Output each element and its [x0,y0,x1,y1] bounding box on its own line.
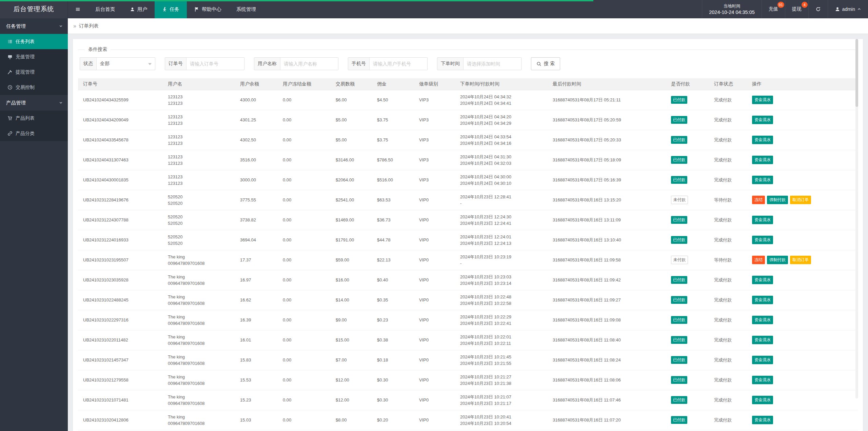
cell-amount: $1791.00 [331,230,372,250]
sidebar-group-1[interactable]: 产品管理 [0,95,68,111]
cell-frozen: 0.00 [278,270,331,290]
sidebar-item-label: 充值管理 [16,54,35,60]
status-select[interactable]: 全部 [97,58,155,70]
cell-frozen: 0.00 [278,250,331,270]
order-pay-time-lines: 2024年10月23日 12:28:41- [460,194,546,207]
flow-action-button[interactable]: 资金流水 [752,316,773,324]
paid-badge: 已付款 [671,276,687,284]
refresh-button[interactable] [808,0,828,18]
nav-item-system[interactable]: 系统管理 [229,0,263,18]
user-name-input[interactable] [280,58,338,70]
flow-action-button[interactable]: 资金流水 [752,216,773,224]
paid-badge: 已付款 [671,296,687,304]
sidebar-item-任务列表[interactable]: 任务列表 [0,34,68,49]
order-pay-time-lines: 2024年10月23日 12:24:302024年10月23日 12:24:41 [460,214,546,227]
paid-badge: 已付款 [671,136,687,144]
flow-action-button[interactable]: 资金流水 [752,376,773,384]
flow-action-button[interactable]: 资金流水 [752,116,773,124]
flow-action-button[interactable]: 资金流水 [752,156,773,164]
cell-actions: 资金流水 [747,410,858,430]
force-action-button[interactable]: 强制付款 [767,196,788,204]
cell-level: VIP0 [414,290,455,310]
nav-item-users[interactable]: 用户 [122,0,155,18]
order-time-input[interactable] [463,58,521,70]
cell-times: 2024年10月23日 10:20:412024年10月23日 10:20:54 [455,410,548,430]
order-list-card: 条件搜索 状态 全部 订单号用户名称手机号下单时间 搜 索 [73,39,863,431]
cell-last-pay-time: 31688740531年08月16日 11:09:42 [548,270,666,290]
sidebar-item-充值管理[interactable]: 充值管理 [0,49,68,64]
cell-times: 2024年10月23日 10:22:482024年10月23日 10:22:58 [455,290,548,310]
cancel-action-button[interactable]: 取消订单 [790,196,811,204]
cell-last-pay-time: 31688740531年08月17日 05:18:09 [548,150,666,170]
flow-action-button[interactable]: 资金流水 [752,176,773,184]
cell-frozen: 0.00 [278,210,331,230]
freeze-action-button[interactable]: 冻结 [752,196,765,204]
cell-frozen: 0.00 [278,310,331,330]
gavel-icon [7,70,13,75]
phone-input[interactable] [370,58,427,70]
cancel-action-button[interactable]: 取消订单 [790,256,811,264]
flow-action-button[interactable]: 资金流水 [752,276,773,284]
nav-item-tasks[interactable]: 任务 [155,0,187,18]
nav-item-home[interactable]: 后台首页 [88,0,122,18]
sidebar-group-0[interactable]: 任务管理 [0,18,68,34]
withdraw-count-badge: 4 [802,2,808,8]
sidebar-group-items: 产品列表产品分类 [0,111,68,141]
flow-action-button[interactable]: 资金流水 [752,396,773,404]
flow-action-button[interactable]: 资金流水 [752,136,773,144]
sidebar-item-产品分类[interactable]: 产品分类 [0,126,68,141]
cell-status: 完成付款 [709,230,747,250]
header-right: 当地时间 2024-10-24 04:35:05 充值 91 提现 4 admi… [702,0,868,18]
cell-last-pay-time: 31688740531年08月17日 05:20:59 [548,110,666,130]
search-button[interactable]: 搜 索 [531,57,560,70]
cell-status: 完成付款 [709,150,747,170]
order-no-input[interactable] [186,58,244,70]
cell-paid: 未付款 [666,190,709,210]
vertical-scrollbar[interactable] [855,39,858,398]
app-title: 后台管理系统 [0,0,68,18]
sidebar-item-label: 产品列表 [16,115,35,121]
user-name-lines: 520520520520 [168,214,234,227]
cell-last-pay-time: 31688740531年08月17日 05:20:33 [548,130,666,150]
search-form: 状态 全部 订单号用户名称手机号下单时间 搜 索 [80,57,858,70]
sidebar-item-交易控制[interactable]: 交易控制 [0,80,68,95]
nav-item-help[interactable]: 帮助中心 [187,0,229,18]
withdraw-link[interactable]: 提现 4 [785,0,808,18]
cell-balance: 15.83 [235,350,278,370]
orders-table: 订单号用户名用户余额用户冻结金额交易数额佣金做单级别下单时间/付款时间最后付款时… [78,78,858,430]
cell-amount: $2064.00 [331,170,372,190]
freeze-action-button[interactable]: 冻结 [752,256,765,264]
cell-order-no: UB2410240430001835 [78,170,163,190]
user-name-lines: The king009647809701608 [168,274,234,287]
phone-filter-label: 手机号 [348,58,370,70]
cell-balance: 4302.50 [235,130,278,150]
flag-icon [194,7,199,12]
cell-user-name: The king009647809701608 [163,250,235,270]
cell-level: VIP0 [414,390,455,410]
cell-balance: 3775.55 [235,190,278,210]
user-icon [835,6,840,12]
sidebar-item-产品列表[interactable]: 产品列表 [0,111,68,126]
user-name-lines: The king009647809701608 [168,294,234,307]
cell-user-name: 123123123123 [163,130,235,150]
cell-actions: 资金流水 [747,130,858,150]
user-menu[interactable]: admin [828,0,868,18]
flow-action-button[interactable]: 资金流水 [752,236,773,244]
force-action-button[interactable]: 强制付款 [767,256,788,264]
order-pay-time-lines: 2024年10月23日 10:21:272024年10月23日 10:21:38 [460,374,546,387]
scrollbar-thumb[interactable] [855,39,858,107]
cell-last-pay-time: 31688740531年08月16日 11:08:06 [548,370,666,390]
cell-order-no: UB2410231021071481 [78,390,163,410]
flow-action-button[interactable]: 资金流水 [752,356,773,364]
sidebar-item-提现管理[interactable]: 提现管理 [0,64,68,80]
order-no-filter-label: 订单号 [165,58,186,70]
recharge-link[interactable]: 充值 91 [762,0,785,18]
paid-badge: 已付款 [671,376,687,384]
flow-action-button[interactable]: 资金流水 [752,96,773,104]
flow-action-button[interactable]: 资金流水 [752,296,773,304]
flow-action-button[interactable]: 资金流水 [752,416,773,424]
paid-badge: 已付款 [671,356,687,364]
nav-item-collapse[interactable] [68,0,88,18]
cell-paid: 未付款 [666,250,709,270]
flow-action-button[interactable]: 资金流水 [752,336,773,344]
